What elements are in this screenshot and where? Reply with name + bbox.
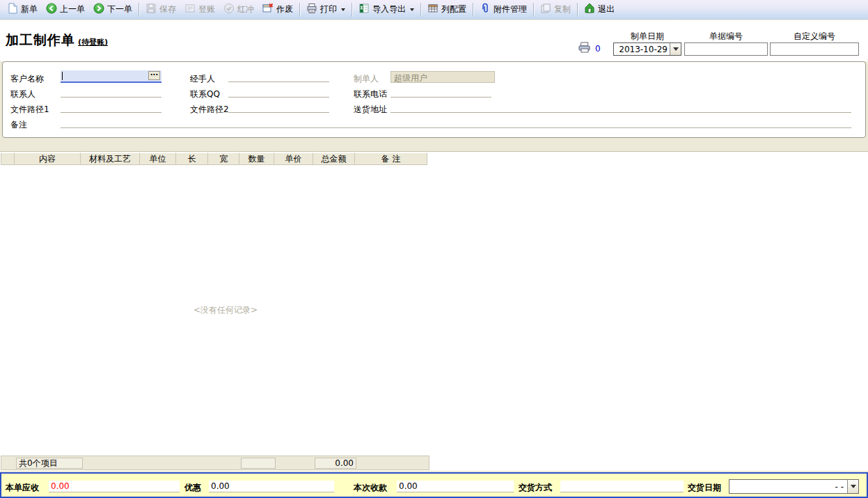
column-config-button[interactable]: 列配置	[423, 1, 471, 18]
column-header-material[interactable]: 材料及工艺	[81, 153, 140, 165]
qq-input[interactable]	[228, 86, 329, 98]
doc-no-input[interactable]	[684, 42, 768, 56]
customer-input[interactable]: ···	[61, 70, 161, 83]
delivery-method-label: 交货方式	[519, 482, 552, 494]
contact-input[interactable]	[61, 86, 161, 98]
import-export-button[interactable]: 导入导出	[354, 1, 418, 18]
column-header-length[interactable]: 长	[176, 153, 208, 165]
column-header-unit[interactable]: 单位	[140, 153, 176, 165]
file-path2-label: 文件路径2	[190, 104, 229, 116]
text-cursor	[62, 72, 63, 80]
toolbar-separator	[577, 3, 578, 17]
delivery-date-value: - -	[729, 482, 847, 492]
column-header-total[interactable]: 总金额	[313, 153, 355, 165]
remark-input[interactable]	[61, 116, 851, 128]
line-items-grid: 内容 材料及工艺 单位 长 宽 数量 单价 总金额 备 注 <没有任何记录> 共…	[0, 151, 868, 471]
contact-label: 联系人	[10, 88, 35, 100]
print-button[interactable]: 打印	[302, 1, 349, 18]
order-info-panel: 客户名称 ··· 经手人 制单人 超级用户 联系人 联系QQ 联系电话 文件路径…	[2, 61, 866, 138]
exit-icon	[584, 3, 595, 16]
address-input[interactable]	[390, 101, 851, 113]
empty-records-text: <没有任何记录>	[194, 304, 258, 316]
column-header-quantity[interactable]: 数量	[239, 153, 274, 165]
phone-input[interactable]	[390, 86, 491, 98]
toolbar-separator	[299, 3, 300, 17]
page-title: 加工制作单(待登账)	[6, 31, 108, 49]
save-button: 保存	[141, 1, 180, 18]
exit-button[interactable]: 退出	[580, 1, 619, 18]
custom-no-input[interactable]	[770, 42, 859, 56]
toolbar-separator	[352, 3, 352, 17]
file-path1-label: 文件路径1	[10, 104, 49, 116]
column-header-remark[interactable]: 备 注	[355, 153, 427, 165]
red-reverse-icon	[223, 3, 235, 16]
save-icon	[145, 3, 157, 16]
chevron-down-icon	[410, 8, 414, 11]
payment-bar: 本单应收 0.00 优惠 0.00 本次收款 0.00 交货方式 交货日期 - …	[0, 472, 868, 498]
doc-date-combobox[interactable]: 2013-10-29	[613, 42, 681, 56]
file-path2-input[interactable]	[228, 101, 329, 113]
doc-date-dropdown-button[interactable]	[670, 43, 681, 55]
register-button: 登账	[180, 1, 219, 18]
prev-icon	[46, 3, 57, 16]
status-badge: (待登账)	[78, 38, 108, 47]
column-header-content[interactable]: 内容	[15, 153, 81, 165]
import-export-icon	[358, 3, 370, 16]
payment-input[interactable]: 0.00	[397, 481, 514, 492]
column-header-selector	[1, 153, 15, 165]
doc-no-label: 单据编号	[684, 31, 768, 42]
doc-date-label: 制单日期	[613, 31, 681, 42]
copy-icon	[540, 3, 551, 16]
register-icon	[184, 3, 196, 16]
toolbar-separator	[533, 3, 534, 17]
discount-label: 优惠	[184, 482, 201, 494]
column-config-icon	[427, 3, 439, 16]
header-area: 加工制作单(待登账) 0 制单日期 2013-10-29 单据编号 自定义编号	[0, 20, 868, 61]
attachment-button[interactable]: 附件管理	[475, 1, 531, 18]
creator-label: 制单人	[354, 73, 379, 85]
handler-label: 经手人	[190, 73, 215, 85]
chevron-down-icon	[673, 47, 679, 51]
printer-icon	[578, 42, 592, 55]
amount-total-cell: 0.00	[315, 458, 356, 469]
toolbar-separator	[139, 3, 139, 17]
grid-header: 内容 材料及工艺 单位 长 宽 数量 单价 总金额 备 注	[1, 153, 427, 165]
attachment-icon	[480, 3, 491, 16]
discount-input[interactable]: 0.00	[209, 481, 334, 492]
receivable-input[interactable]: 0.00	[49, 481, 180, 492]
address-label: 送货地址	[354, 104, 387, 116]
delivery-date-combobox[interactable]: - -	[729, 479, 859, 494]
customer-browse-button[interactable]: ···	[148, 71, 160, 80]
delivery-date-label: 交货日期	[688, 482, 721, 494]
toolbar-separator	[420, 3, 421, 17]
delivery-method-input[interactable]	[560, 481, 684, 492]
doc-date-value: 2013-10-29	[614, 45, 670, 54]
toolbar: 新单 上一单 下一单 保存 登账 红冲 作废 打印 导入导出 列配置	[0, 0, 868, 20]
payment-label: 本次收款	[354, 482, 387, 494]
column-header-width[interactable]: 宽	[208, 153, 239, 165]
receivable-label: 本单应收	[6, 482, 39, 494]
void-button[interactable]: 作废	[258, 1, 297, 18]
next-order-button[interactable]: 下一单	[89, 1, 136, 18]
prev-order-button[interactable]: 上一单	[42, 1, 89, 18]
item-count-cell: 共0个项目	[16, 458, 83, 469]
print-count: 0	[595, 44, 601, 54]
copy-button: 复制	[536, 1, 575, 18]
file-path1-input[interactable]	[61, 101, 161, 113]
new-order-button[interactable]: 新单	[3, 1, 42, 18]
column-header-unit-price[interactable]: 单价	[274, 153, 313, 165]
remark-label: 备注	[10, 119, 27, 131]
delivery-date-dropdown-button[interactable]	[847, 480, 858, 493]
customer-label: 客户名称	[10, 73, 44, 85]
creator-value: 超级用户	[390, 71, 495, 83]
custom-no-label: 自定义编号	[770, 31, 859, 42]
red-reverse-button: 红冲	[219, 1, 258, 18]
print-icon	[306, 3, 317, 16]
grid-footer: 共0个项目 0.00	[1, 456, 429, 470]
toolbar-separator	[473, 3, 473, 17]
chevron-down-icon	[851, 485, 856, 488]
chevron-down-icon	[341, 8, 345, 11]
next-icon	[93, 3, 104, 16]
handler-input[interactable]	[228, 70, 329, 82]
qq-label: 联系QQ	[190, 88, 220, 100]
